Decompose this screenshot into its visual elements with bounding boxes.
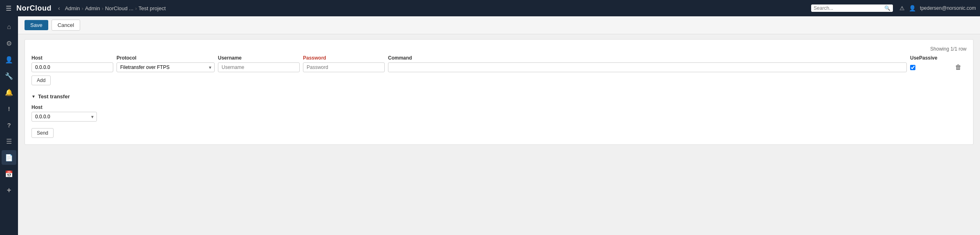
col-header-username: Username xyxy=(218,55,300,61)
sidebar-item-add[interactable]: + xyxy=(2,183,16,197)
password-cell xyxy=(303,62,385,72)
command-input[interactable] xyxy=(388,62,907,72)
command-cell xyxy=(388,62,907,72)
host-select-wrapper: 0.0.0.0 ▼ xyxy=(31,112,97,122)
toggle-arrow-icon: ▼ xyxy=(31,94,36,99)
breadcrumb-item-2[interactable]: Admin xyxy=(85,5,100,11)
breadcrumb-item-4[interactable]: Test project xyxy=(139,5,166,11)
cancel-button[interactable]: Cancel xyxy=(52,20,80,31)
user-circle-icon[interactable]: 👤 xyxy=(909,5,916,11)
sidebar: ⌂ ⚙ 👤 🔧 🔔 ! ? ☰ 📄 📅 + xyxy=(0,16,18,235)
top-nav: ☰ NorCloud ‹ Admin › Admin › NorCloud ..… xyxy=(0,0,980,16)
send-button[interactable]: Send xyxy=(31,128,54,138)
username-cell xyxy=(218,62,300,72)
sidebar-item-help[interactable]: ? xyxy=(2,118,16,132)
alert-triangle-icon[interactable]: ⚠ xyxy=(899,5,905,11)
host-select[interactable]: 0.0.0.0 xyxy=(31,112,97,122)
test-transfer-label: Test transfer xyxy=(38,93,70,100)
host-cell xyxy=(31,62,113,72)
user-email: tpedersen@norsonic.com xyxy=(920,5,976,11)
sidebar-item-list[interactable]: ☰ xyxy=(2,134,16,149)
protocol-select[interactable]: Filetransfer over FTPS Filetransfer over… xyxy=(117,62,215,72)
delete-cell: 🗑 xyxy=(954,63,967,72)
col-header-delete xyxy=(954,55,967,61)
search-icon: 🔍 xyxy=(884,5,890,11)
host-input[interactable] xyxy=(31,62,113,72)
test-transfer-toggle[interactable]: ▼ Test transfer xyxy=(31,93,967,100)
col-header-use-passive: UsePassive xyxy=(910,55,951,61)
sidebar-item-alerts[interactable]: ! xyxy=(2,101,16,116)
sidebar-item-tools[interactable]: 🔧 xyxy=(2,69,16,83)
main-panel: Showing 1/1 row Host Protocol Username P… xyxy=(25,39,973,145)
use-passive-cell xyxy=(910,65,951,70)
col-header-protocol: Protocol xyxy=(117,55,215,61)
sidebar-item-calendar[interactable]: 📅 xyxy=(2,166,16,181)
breadcrumb: Admin › Admin › NorCloud ... › Test proj… xyxy=(65,5,166,11)
col-header-command: Command xyxy=(388,55,907,61)
search-input[interactable] xyxy=(814,5,883,11)
username-input[interactable] xyxy=(218,62,300,72)
table-row: Filetransfer over FTPS Filetransfer over… xyxy=(31,62,967,72)
test-transfer-host-section: Host 0.0.0.0 ▼ xyxy=(31,104,967,122)
nav-icons: ⚠ 👤 tpedersen@norsonic.com xyxy=(899,5,976,11)
col-header-host: Host xyxy=(31,55,113,61)
sidebar-item-notifications[interactable]: 🔔 xyxy=(2,85,16,100)
sidebar-item-home[interactable]: ⌂ xyxy=(2,20,16,34)
password-input[interactable] xyxy=(303,62,385,72)
grid-headers: Host Protocol Username Password Command … xyxy=(31,55,967,61)
use-passive-checkbox[interactable] xyxy=(910,65,915,70)
col-header-password: Password xyxy=(303,55,385,61)
test-transfer-section: ▼ Test transfer Host 0.0.0.0 ▼ Send xyxy=(31,93,967,138)
toolbar: Save Cancel xyxy=(18,16,980,34)
host-field-label: Host xyxy=(31,104,967,110)
sidebar-item-document[interactable]: 📄 xyxy=(2,150,16,165)
sidebar-item-user[interactable]: 👤 xyxy=(2,52,16,67)
save-button[interactable]: Save xyxy=(25,20,48,30)
hamburger-icon[interactable]: ☰ xyxy=(4,3,13,14)
protocol-cell: Filetransfer over FTPS Filetransfer over… xyxy=(117,62,215,72)
main-layout: ⌂ ⚙ 👤 🔧 🔔 ! ? ☰ 📄 📅 + Save Cancel Showin… xyxy=(0,16,980,235)
breadcrumb-item-1[interactable]: Admin xyxy=(65,5,80,11)
search-box: 🔍 xyxy=(811,4,893,12)
page-content: Showing 1/1 row Host Protocol Username P… xyxy=(18,34,980,235)
app-logo: NorCloud xyxy=(16,4,52,13)
sidebar-item-settings[interactable]: ⚙ xyxy=(2,36,16,51)
row-count: Showing 1/1 row xyxy=(31,46,967,52)
content-area: Save Cancel Showing 1/1 row Host Protoco… xyxy=(18,16,980,235)
add-button[interactable]: Add xyxy=(31,75,51,85)
nav-back-button[interactable]: ‹ xyxy=(56,4,62,12)
delete-row-button[interactable]: 🗑 xyxy=(954,63,962,72)
breadcrumb-item-3[interactable]: NorCloud ... xyxy=(105,5,133,11)
